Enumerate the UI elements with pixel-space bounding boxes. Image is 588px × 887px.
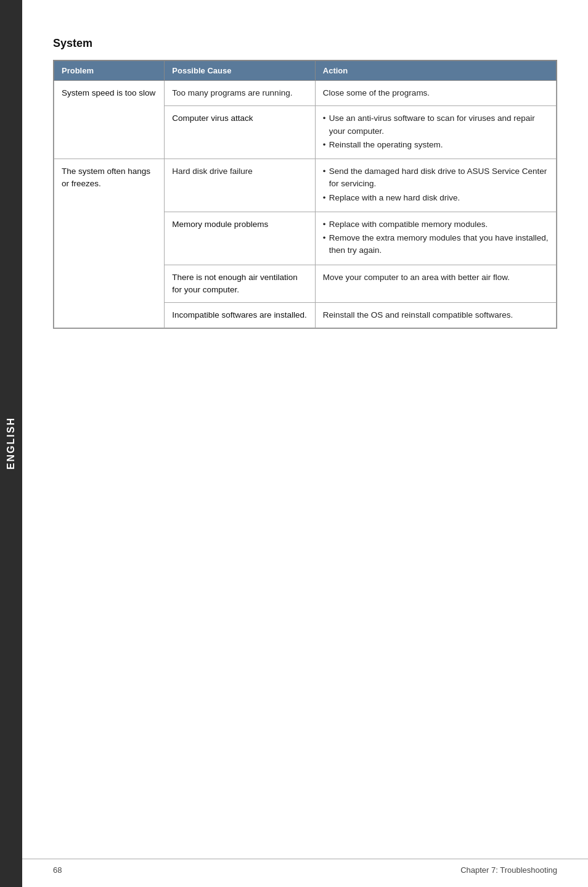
cause-cell-4: Memory module problems [165, 212, 316, 265]
bullet-item: Send the damaged hard disk drive to ASUS… [323, 165, 549, 191]
action-cell-4: Replace with compatible memory modules. … [315, 212, 556, 265]
action-bullet-list: Send the damaged hard disk drive to ASUS… [323, 165, 549, 204]
troubleshooting-table: Problem Possible Cause Action System spe… [54, 60, 557, 328]
action-cell-3: Send the damaged hard disk drive to ASUS… [315, 159, 556, 212]
bullet-item: Replace with a new hard disk drive. [323, 192, 549, 204]
table-row: System speed is too slow Too many progra… [54, 81, 557, 106]
header-possible-cause: Possible Cause [165, 61, 316, 81]
action-bullet-list: Replace with compatible memory modules. … [323, 218, 549, 257]
bullet-item: Reinstall the operating system. [323, 139, 549, 151]
action-cell-1: Close some of the programs. [315, 81, 556, 106]
cause-cell-3: Hard disk drive failure [165, 159, 316, 212]
chapter-label: Chapter 7: Troubleshooting [460, 865, 557, 875]
table-wrapper: Problem Possible Cause Action System spe… [53, 60, 557, 329]
header-problem: Problem [54, 61, 165, 81]
cause-cell-1: Too many programs are running. [165, 81, 316, 106]
table-body: System speed is too slow Too many progra… [54, 81, 557, 328]
action-bullet-list: Use an anti-virus software to scan for v… [323, 112, 549, 151]
main-content: System Problem Possible Cause Action Sys… [22, 0, 588, 378]
header-action: Action [315, 61, 556, 81]
sidebar: ENGLISH [0, 0, 22, 887]
problem-cell-2: The system often hangs or freezes. [54, 159, 165, 328]
page-number: 68 [53, 865, 62, 875]
footer: 68 Chapter 7: Troubleshooting [22, 859, 588, 875]
action-cell-5: Move your computer to an area with bette… [315, 265, 556, 303]
problem-cell-1: System speed is too slow [54, 81, 165, 159]
section-title: System [53, 37, 557, 50]
action-cell-6: Reinstall the OS and reinstall compatibl… [315, 303, 556, 328]
action-cell-2: Use an anti-virus software to scan for v… [315, 106, 556, 159]
cause-cell-2: Computer virus attack [165, 106, 316, 159]
table-row: The system often hangs or freezes. Hard … [54, 159, 557, 212]
bullet-item: Use an anti-virus software to scan for v… [323, 112, 549, 138]
bullet-item: Replace with compatible memory modules. [323, 218, 549, 231]
cause-cell-5: There is not enough air ventilation for … [165, 265, 316, 303]
sidebar-label: ENGLISH [6, 417, 17, 469]
cause-cell-6: Incompatible softwares are installed. [165, 303, 316, 328]
bullet-item: Remove the extra memory modules that you… [323, 232, 549, 257]
table-header: Problem Possible Cause Action [54, 61, 557, 81]
